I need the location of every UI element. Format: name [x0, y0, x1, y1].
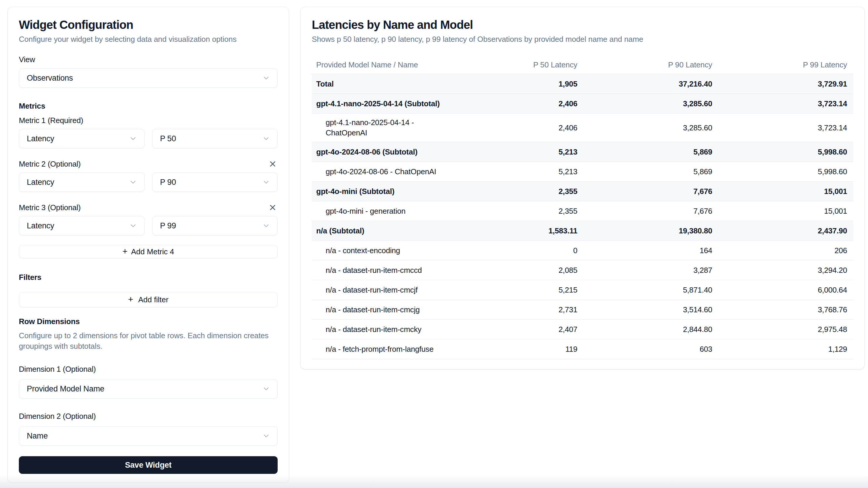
add-filter-button[interactable]: + Add filter — [19, 292, 278, 307]
row-label: n/a - context-encoding — [312, 242, 449, 260]
chevron-down-icon — [129, 178, 137, 186]
table-row: Total 1,905 37,216.40 3,729.91 — [312, 74, 853, 94]
cell-p99: 206 — [718, 246, 853, 255]
chevron-down-icon — [262, 178, 270, 186]
preview-subtitle: Shows p 50 latency, p 90 latency, p 99 l… — [312, 34, 853, 44]
add-metric-label: Add Metric 4 — [131, 247, 174, 256]
metric-measure-value: Latency — [27, 178, 54, 187]
chevron-down-icon — [262, 432, 270, 440]
chevron-down-icon — [129, 222, 137, 230]
metric-label: Metric 1 (Required) — [19, 116, 83, 125]
table-row: n/a - dataset-run-item-cmcjg 2,731 3,514… — [312, 300, 853, 320]
cell-p99: 2,437.90 — [718, 226, 853, 235]
dimension-2-value: Name — [27, 431, 48, 441]
cell-p99: 3,768.76 — [718, 305, 853, 314]
metric-aggregation-value: P 90 — [160, 178, 176, 187]
table-row: gpt-4.1-nano-2025-04-14 - ChatOpenAI 2,4… — [312, 113, 853, 142]
remove-metric-button[interactable] — [268, 202, 278, 213]
metric-measure-select[interactable]: Latency — [19, 172, 145, 192]
widget-builder-page: Widget Configuration Configure your widg… — [0, 0, 868, 488]
cell-p90: 7,676 — [584, 207, 718, 216]
config-title: Widget Configuration — [19, 18, 278, 32]
add-metric-button[interactable]: + Add Metric 4 — [19, 245, 278, 258]
row-dimensions-section-label: Row Dimensions — [19, 317, 278, 326]
plus-icon: + — [123, 247, 128, 256]
cell-p99: 3,723.14 — [718, 99, 853, 108]
cell-p90: 5,869 — [584, 148, 718, 157]
chevron-down-icon — [262, 222, 270, 230]
pivot-table: Provided Model Name / NameP 50 LatencyP … — [312, 56, 853, 359]
metric-label: Metric 3 (Optional) — [19, 203, 81, 212]
metric-measure-select[interactable]: Latency — [19, 216, 145, 235]
dimension-1-select[interactable]: Provided Model Name — [19, 379, 278, 398]
cell-p99: 2,975.48 — [718, 325, 853, 334]
row-dimensions-description: Configure up to 2 dimensions for pivot t… — [19, 330, 272, 351]
table-row: n/a - context-encoding 0 164 206 — [312, 241, 853, 260]
metric-block: Metric 1 (Required) Latency P 50 — [19, 116, 278, 148]
view-select-value: Observations — [27, 73, 73, 83]
row-label: n/a - dataset-run-item-cmcjf — [312, 281, 449, 299]
cell-p99: 15,001 — [718, 187, 853, 196]
cell-p90: 3,285.60 — [584, 99, 718, 108]
cell-p99: 6,000.64 — [718, 286, 853, 295]
row-label: gpt-4o-2024-08-06 - ChatOpenAI — [312, 163, 449, 181]
cell-p90: 7,676 — [584, 187, 718, 196]
cell-p50: 5,213 — [449, 148, 584, 157]
cell-p90: 2,844.80 — [584, 325, 718, 334]
cell-p90: 5,869 — [584, 167, 718, 176]
cell-p50: 2,085 — [449, 266, 584, 275]
row-label: gpt-4o-mini (Subtotal) — [312, 183, 449, 200]
cell-p99: 5,998.60 — [718, 148, 853, 157]
add-filter-label: Add filter — [138, 295, 168, 304]
cell-p99: 1,129 — [718, 345, 853, 354]
metric-aggregation-select[interactable]: P 50 — [152, 129, 278, 148]
metric-measure-select[interactable]: Latency — [19, 129, 145, 148]
cell-p50: 5,215 — [449, 286, 584, 295]
metric-aggregation-value: P 50 — [160, 134, 176, 143]
cell-p90: 5,871.40 — [584, 286, 718, 295]
table-row: n/a - dataset-run-item-cmccd 2,085 3,287… — [312, 260, 853, 280]
table-row: n/a - dataset-run-item-cmcky 2,407 2,844… — [312, 320, 853, 339]
metric-aggregation-select[interactable]: P 99 — [152, 216, 278, 235]
pivot-table-header: Provided Model Name / NameP 50 LatencyP … — [312, 56, 853, 74]
cell-p50: 2,731 — [449, 305, 584, 314]
table-row: gpt-4o-2024-08-06 (Subtotal) 5,213 5,869… — [312, 142, 853, 162]
widget-preview-card: Latencies by Name and Model Shows p 50 l… — [300, 7, 865, 369]
cell-p50: 0 — [449, 246, 584, 255]
metrics-list: Metric 1 (Required) Latency P 50 Metric … — [19, 116, 278, 235]
row-label: n/a (Subtotal) — [312, 222, 449, 240]
cell-p50: 2,406 — [449, 99, 584, 108]
metric-measure-value: Latency — [27, 134, 54, 143]
widget-configuration-card: Widget Configuration Configure your widg… — [7, 7, 289, 483]
cell-p99: 3,729.91 — [718, 79, 853, 89]
row-label: gpt-4.1-nano-2025-04-14 (Subtotal) — [312, 95, 449, 113]
cell-p90: 3,514.60 — [584, 305, 718, 314]
view-select[interactable]: Observations — [19, 68, 278, 88]
chevron-down-icon — [129, 134, 137, 143]
chevron-down-icon — [262, 385, 270, 393]
cell-p90: 603 — [584, 345, 718, 354]
metric-block: Metric 3 (Optional) Latency P 99 — [19, 202, 278, 235]
plus-icon: + — [128, 295, 133, 304]
table-row: gpt-4o-2024-08-06 - ChatOpenAI 5,213 5,8… — [312, 162, 853, 182]
save-widget-button[interactable]: Save Widget — [19, 456, 278, 474]
metric-block: Metric 2 (Optional) Latency P 90 — [19, 159, 278, 192]
column-header: Provided Model Name / Name — [312, 60, 449, 69]
column-header: P 50 Latency — [449, 60, 584, 69]
remove-metric-button[interactable] — [268, 159, 278, 169]
cell-p90: 37,216.40 — [584, 79, 718, 89]
dimension-2-select[interactable]: Name — [19, 426, 278, 446]
metric-measure-value: Latency — [27, 221, 54, 230]
row-label: n/a - dataset-run-item-cmcjg — [312, 301, 449, 319]
filters-section-label: Filters — [19, 272, 278, 282]
metric-label: Metric 2 (Optional) — [19, 159, 81, 169]
view-label: View — [19, 55, 278, 64]
metric-aggregation-select[interactable]: P 90 — [152, 172, 278, 192]
cell-p99: 3,294.20 — [718, 266, 853, 275]
cell-p99: 3,723.14 — [718, 123, 853, 132]
close-icon — [268, 203, 277, 212]
cell-p50: 119 — [449, 345, 584, 354]
row-label: n/a - dataset-run-item-cmcky — [312, 321, 449, 338]
preview-title: Latencies by Name and Model — [312, 18, 853, 32]
dimension-1-label: Dimension 1 (Optional) — [19, 364, 278, 374]
